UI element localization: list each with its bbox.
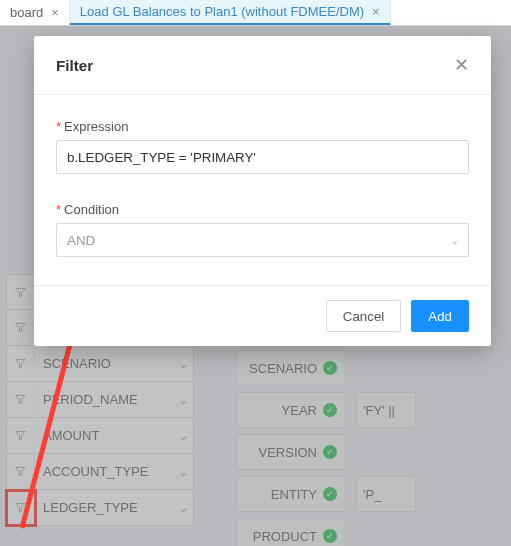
close-icon[interactable]: × bbox=[372, 4, 380, 19]
close-icon[interactable]: ✕ bbox=[454, 54, 469, 76]
modal-header: Filter ✕ bbox=[34, 36, 491, 95]
expression-input[interactable] bbox=[56, 140, 469, 174]
tab-label: Load GL Balances to Plan1 (without FDMEE… bbox=[80, 4, 364, 19]
tab-bar: board × Load GL Balances to Plan1 (witho… bbox=[0, 0, 511, 26]
required-asterisk: * bbox=[56, 202, 61, 217]
modal-footer: Cancel Add bbox=[34, 285, 491, 346]
modal-body: *Expression *Condition ⌄ bbox=[34, 95, 491, 285]
condition-select[interactable] bbox=[56, 223, 469, 257]
required-asterisk: * bbox=[56, 119, 61, 134]
add-button[interactable]: Add bbox=[411, 300, 469, 332]
close-icon[interactable]: × bbox=[51, 5, 59, 20]
filter-modal: Filter ✕ *Expression *Condition ⌄ Cancel… bbox=[34, 36, 491, 346]
modal-title: Filter bbox=[56, 57, 93, 74]
expression-label: *Expression bbox=[56, 119, 469, 134]
condition-label: *Condition bbox=[56, 202, 469, 217]
tab-board[interactable]: board × bbox=[0, 0, 70, 25]
cancel-button[interactable]: Cancel bbox=[326, 300, 402, 332]
tab-load-gl[interactable]: Load GL Balances to Plan1 (without FDMEE… bbox=[70, 0, 391, 25]
tab-label: board bbox=[10, 5, 43, 20]
